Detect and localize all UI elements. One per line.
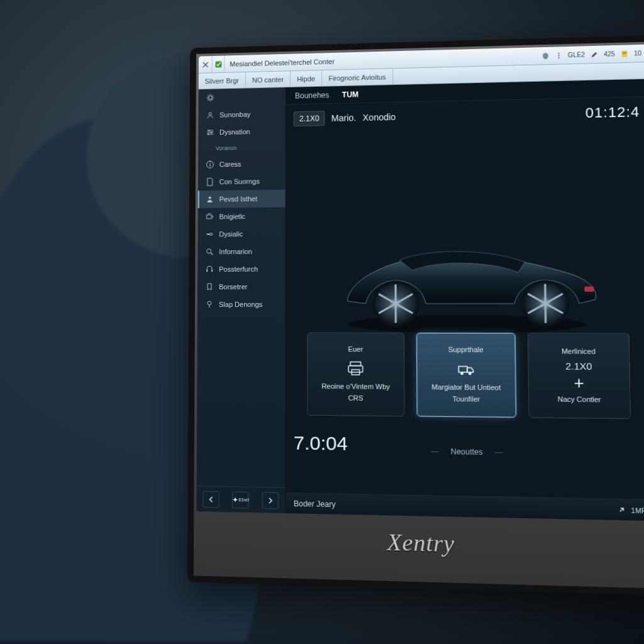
sidebar-item-dysialic[interactable]: Dysialic xyxy=(197,225,285,243)
sub-tab-bounehes[interactable]: Bounehes xyxy=(294,88,331,103)
search-icon xyxy=(205,247,214,256)
svg-point-11 xyxy=(208,133,209,135)
top-tab-3[interactable]: Firognoric Avioitus xyxy=(322,69,393,86)
sidebar-item-dysnation[interactable]: Dysnation xyxy=(198,122,286,141)
sidebar-item-caress[interactable]: Caress xyxy=(198,155,286,174)
person-icon xyxy=(206,195,214,204)
system-tray: GLE2 425 10 xyxy=(541,49,644,59)
user-icon xyxy=(206,111,214,119)
control-badge[interactable]: 2.1X0 xyxy=(294,111,325,126)
card-line-2: Tounfiler xyxy=(452,395,480,404)
pin-icon xyxy=(205,300,214,309)
sidebar-item-label: Sunonbay xyxy=(219,111,250,119)
svg-point-22 xyxy=(208,301,211,305)
window-close-button[interactable] xyxy=(199,56,213,73)
svg-rect-6 xyxy=(623,53,626,53)
svg-rect-41 xyxy=(350,362,361,366)
control-label-2: Xonodio xyxy=(363,112,396,123)
main-pane: Bounehes TUM 2.1X0 Mario. Xonodio 01:12:… xyxy=(286,79,644,521)
control-label-1: Mario. xyxy=(331,113,357,123)
menu-dots-icon[interactable] xyxy=(555,52,563,59)
sidebar-item-label: Con Suorngs xyxy=(219,177,260,186)
diagnostic-tablet: Mesiandiel Delestei'terchel Conter GLE2 … xyxy=(187,35,644,596)
tray-value-1: GLE2 xyxy=(568,51,585,58)
card-title: Euer xyxy=(348,345,363,353)
svg-rect-14 xyxy=(209,162,210,163)
svg-point-3 xyxy=(558,57,559,58)
card-line-2: Nacy Contler xyxy=(558,395,601,404)
top-tab-0[interactable]: Silverr Brgr xyxy=(199,72,246,89)
top-tab-2[interactable]: Hipde xyxy=(291,70,322,87)
svg-point-1 xyxy=(558,52,559,53)
status-left-label: Boder Jeary xyxy=(294,499,336,509)
card-line-1: Reoine o'Vintem Wby xyxy=(321,382,390,392)
link-icon xyxy=(617,505,627,514)
card-line-1: Margiator But Untieot xyxy=(431,383,501,392)
sidebar-subitem-dysnation[interactable]: Voranon xyxy=(198,140,286,156)
window-title: Mesiandiel Delestei'terchel Conter xyxy=(225,52,541,68)
sidebar-item-infornarion[interactable]: Infornarion xyxy=(197,242,285,260)
card-superthale[interactable]: Supprthale Margiator But Untieot Tounfil… xyxy=(416,333,517,418)
gear-icon xyxy=(206,94,214,103)
svg-rect-13 xyxy=(209,164,210,167)
sidebar-item-bnigietlc[interactable]: Bnigietlc xyxy=(198,207,286,225)
nav-forward-button[interactable] xyxy=(262,492,279,509)
session-timer: 01:12:4 xyxy=(586,104,640,121)
dash-left: — xyxy=(431,447,439,456)
sidebar: Sunonbay Dysnation Voranon Caress Con Su… xyxy=(196,87,286,513)
action-cards: Euer Reoine o'Vintem Wby CRS Supprthale xyxy=(286,332,644,419)
sidebar-item-label: Infornarion xyxy=(219,248,252,255)
nav-back-button[interactable] xyxy=(203,491,219,508)
svg-rect-5 xyxy=(623,52,626,52)
slider-icon xyxy=(205,230,214,238)
device-brand: Xentry xyxy=(187,524,644,563)
svg-rect-42 xyxy=(348,366,363,372)
card-merliniced[interactable]: Merliniced 2.1X0 + Nacy Contler xyxy=(528,333,631,419)
svg-point-8 xyxy=(209,113,211,115)
svg-rect-20 xyxy=(206,270,208,272)
vehicle-render xyxy=(328,226,607,338)
shield-icon xyxy=(541,52,550,59)
sidebar-item-pevsdisthet[interactable]: Pevsd Isthet xyxy=(198,190,286,208)
sidebar-item-settings[interactable] xyxy=(199,87,286,107)
svg-point-2 xyxy=(558,55,559,56)
bookmark-icon xyxy=(205,282,214,291)
card-title: Supprthale xyxy=(448,346,483,354)
sidebar-item-label: Bnigietlc xyxy=(219,213,245,220)
sidebar-item-label: Possterfurch xyxy=(219,265,258,273)
plus-icon: + xyxy=(574,374,584,391)
tray-value-2: 425 xyxy=(604,50,615,58)
sidebar-item-label: Caress xyxy=(219,160,242,168)
note-icon[interactable] xyxy=(620,50,628,58)
chevron-left-icon xyxy=(208,495,215,502)
card-line-2: CRS xyxy=(348,394,364,403)
svg-point-7 xyxy=(208,96,212,100)
truck-icon xyxy=(457,360,475,378)
sidebar-item-consuorngs[interactable]: Con Suorngs xyxy=(198,172,286,191)
svg-point-10 xyxy=(211,131,213,133)
big-clock: 7.0:04 xyxy=(294,432,348,455)
sidebar-item-borsetrer[interactable]: Borsetrer xyxy=(197,278,286,296)
app-icon xyxy=(213,56,225,73)
top-tab-1[interactable]: NO canter xyxy=(246,71,291,87)
sidebar-item-label: Dysialic xyxy=(219,230,243,238)
sidebar-item-label: Borsetrer xyxy=(219,283,247,291)
sidebar-item-sunonbay[interactable]: Sunonbay xyxy=(198,105,285,124)
svg-rect-21 xyxy=(211,270,213,272)
sidebar-item-possterfurch[interactable]: Possterfurch xyxy=(197,260,286,279)
sub-tab-tum[interactable]: TUM xyxy=(341,87,360,102)
sidebar-item-label: Slap Denongs xyxy=(219,301,262,308)
page-icon xyxy=(206,177,214,186)
workspace: Sunonbay Dysnation Voranon Caress Con Su… xyxy=(196,79,644,521)
svg-point-18 xyxy=(209,233,212,235)
info-icon xyxy=(206,160,214,169)
pencil-icon[interactable] xyxy=(591,50,599,58)
tune-icon xyxy=(206,128,214,136)
sidebar-nav: ✦ Ebet xyxy=(196,486,285,513)
card-title: Merliniced xyxy=(562,347,596,355)
dash-right: — xyxy=(495,448,503,457)
nav-home-button[interactable]: ✦ Ebet xyxy=(232,491,248,508)
sidebar-item-slapdenongs[interactable]: Slap Denongs xyxy=(197,296,286,313)
bottom-center-label[interactable]: Neouttes xyxy=(450,447,482,457)
card-euer[interactable]: Euer Reoine o'Vintem Wby CRS xyxy=(307,332,404,416)
